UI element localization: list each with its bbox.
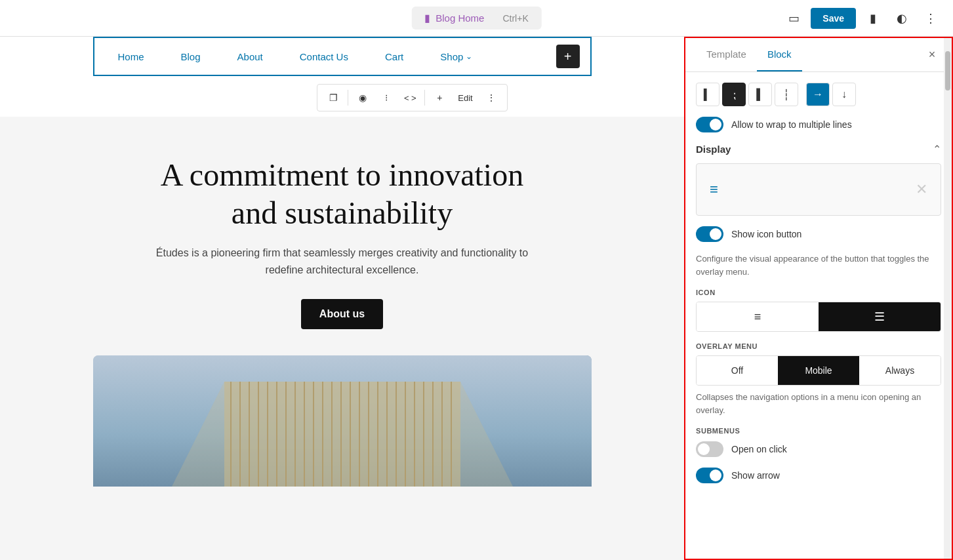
allow-wrap-row: Allow to wrap to multiple lines: [696, 117, 941, 132]
submenus-label: SUBMENUS: [696, 427, 941, 435]
open-on-click-label: Open on click: [731, 444, 787, 454]
alignment-toolbar: ▍ ⁏ ▌ ┆ → ↓: [696, 83, 941, 106]
close-preview-icon: ✕: [916, 181, 927, 198]
allow-wrap-label: Allow to wrap to multiple lines: [731, 119, 852, 130]
align-arrow-right-btn[interactable]: →: [806, 83, 830, 106]
block-dots-btn[interactable]: ⁝: [376, 87, 397, 108]
align-right-icon-btn[interactable]: ▌: [748, 83, 772, 106]
block-center-btn[interactable]: ❐: [323, 87, 344, 108]
align-center-icon-btn[interactable]: ⁏: [722, 83, 746, 106]
main-area: Home Blog About Contact Us Cart Shop ⌄ +: [0, 37, 953, 560]
toolbar-divider-1: [348, 90, 348, 106]
show-icon-button-label: Show icon button: [731, 229, 801, 239]
block-code-btn[interactable]: < >: [399, 87, 420, 108]
block-more-btn[interactable]: ⋮: [481, 87, 502, 108]
overlay-option-mobile[interactable]: Mobile: [778, 356, 859, 385]
nav-item-cart[interactable]: Cart: [367, 38, 422, 75]
save-button[interactable]: Save: [811, 8, 856, 29]
overlay-selector: Off Mobile Always: [696, 355, 941, 386]
align-left-icon-btn[interactable]: ▍: [696, 83, 720, 106]
hero-title: A commitment to innovation and sustainab…: [139, 156, 546, 231]
nav-container: Home Blog About Contact Us Cart Shop ⌄ +: [93, 37, 592, 76]
sidebar-toggle-btn[interactable]: ▮: [861, 7, 885, 30]
panel-content: ▍ ⁏ ▌ ┆ → ↓ Allow to wrap to multiple li…: [685, 72, 952, 559]
icon-selector: ≡ ☰: [696, 302, 941, 332]
open-on-click-toggle[interactable]: [696, 441, 723, 457]
canvas-area: Home Blog About Contact Us Cart Shop ⌄ +: [0, 37, 684, 560]
hero-section: A commitment to innovation and sustainab…: [113, 117, 572, 355]
contrast-btn[interactable]: ◐: [890, 7, 914, 30]
display-section-title: Display: [696, 144, 731, 155]
shop-arrow-icon: ⌄: [466, 52, 472, 61]
nav-item-shop[interactable]: Shop ⌄: [422, 38, 491, 75]
more-options-btn[interactable]: ⋮: [919, 7, 943, 30]
show-arrow-label: Show arrow: [731, 470, 780, 481]
show-arrow-row: Show arrow: [696, 468, 941, 483]
website-preview: Home Blog About Contact Us Cart Shop ⌄ +: [0, 37, 684, 560]
hamburger-preview-icon: ≡: [710, 181, 718, 198]
scroll-thumb: [945, 51, 950, 90]
top-bar-right: ▭ Save ▮ ◐ ⋮: [782, 7, 943, 30]
icon-option-hamburger-lines[interactable]: ☰: [819, 302, 941, 331]
nav-item-contact[interactable]: Contact Us: [281, 38, 367, 75]
svg-marker-27: [172, 382, 513, 487]
panel-close-button[interactable]: ×: [923, 46, 941, 64]
nav-item-blog[interactable]: Blog: [163, 38, 219, 75]
blog-home-label: Blog Home: [436, 12, 484, 24]
blog-home-pill[interactable]: ▮ Blog Home Ctrl+K: [411, 7, 542, 30]
nav-item-home[interactable]: Home: [105, 38, 163, 75]
allow-wrap-toggle[interactable]: [696, 117, 723, 132]
tab-block[interactable]: Block: [757, 38, 802, 71]
architecture-image: [93, 355, 592, 487]
nav-add-button[interactable]: +: [556, 45, 580, 68]
icon-section-label: ICON: [696, 289, 941, 296]
top-bar-center: ▮ Blog Home Ctrl+K: [411, 7, 542, 30]
building-svg: [93, 355, 592, 487]
overlay-option-off[interactable]: Off: [697, 356, 778, 385]
panel-header: Template Block ×: [685, 38, 952, 72]
nav-item-about[interactable]: About: [219, 38, 281, 75]
top-bar: ▮ Blog Home Ctrl+K ▭ Save ▮ ◐ ⋮: [0, 0, 953, 37]
block-add-btn[interactable]: +: [429, 87, 450, 108]
overlay-menu-label: OVERLAY MENU: [696, 342, 941, 350]
block-toolbar: ❐ ◉ ⁝ < > + Edit ⋮: [317, 84, 507, 111]
display-chevron-icon[interactable]: ⌃: [933, 143, 941, 155]
overlay-desc: Collapses the navigation options in a me…: [696, 391, 941, 416]
display-preview-box: ≡ ✕: [696, 163, 941, 216]
show-icon-desc: Configure the visual appearance of the b…: [696, 252, 941, 278]
align-down-btn[interactable]: ↓: [832, 83, 856, 106]
icon-option-hamburger-simple[interactable]: ≡: [697, 302, 819, 331]
show-icon-button-toggle[interactable]: [696, 226, 723, 242]
tab-template[interactable]: Template: [696, 38, 757, 71]
show-icon-button-row: Show icon button: [696, 226, 941, 242]
display-section-header: Display ⌃: [696, 143, 941, 155]
about-us-button[interactable]: About us: [301, 299, 383, 329]
blog-home-shortcut: Ctrl+K: [502, 13, 528, 24]
overlay-option-always[interactable]: Always: [859, 356, 941, 385]
desktop-icon-btn[interactable]: ▭: [782, 7, 805, 30]
side-panel: Template Block × ▍ ⁏ ▌ ┆ → ↓ Allow to wr…: [684, 37, 953, 560]
nav-bar: Home Blog About Contact Us Cart Shop ⌄ +: [94, 38, 590, 75]
open-on-click-row: Open on click: [696, 441, 941, 457]
align-justify-icon-btn[interactable]: ┆: [775, 83, 798, 106]
block-navigate-btn[interactable]: ◉: [352, 87, 373, 108]
block-edit-label[interactable]: Edit: [453, 90, 477, 106]
hero-subtitle: Études is a pioneering firm that seamles…: [139, 245, 546, 278]
blog-home-icon: ▮: [424, 12, 430, 24]
show-arrow-toggle[interactable]: [696, 468, 723, 483]
toolbar-divider-2: [424, 90, 425, 106]
panel-scrollbar[interactable]: [944, 38, 952, 559]
